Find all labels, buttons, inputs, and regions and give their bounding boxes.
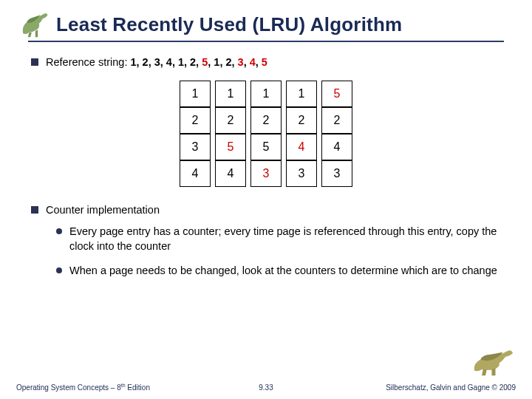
table-cell: 1 [286, 81, 317, 107]
table-cell: 2 [286, 107, 317, 134]
table-cell: 3 [286, 160, 317, 187]
table-row: 44333 [180, 160, 352, 187]
dot-bullet-icon [56, 267, 62, 273]
footer-page-number: 9.33 [259, 383, 273, 392]
table-cell: 5 [215, 134, 246, 160]
table-cell: 3 [180, 134, 211, 160]
table-cell: 1 [180, 81, 211, 107]
table-row: 11115 [180, 81, 352, 107]
square-bullet-icon [31, 206, 38, 214]
table-cell: 2 [321, 107, 352, 134]
frame-table-wrap: 11115222223554444333 [31, 81, 501, 187]
slide-title: Least Recently Used (LRU) Algorithm [28, 13, 504, 36]
table-cell: 5 [250, 134, 282, 160]
sub-item: When a page needs to be changed, look at… [56, 264, 501, 279]
frame-table: 11115222223554444333 [175, 81, 357, 187]
table-cell: 4 [215, 160, 246, 187]
footer-copyright: Silberschatz, Galvin and Gagne © 2009 [386, 383, 516, 392]
sub-item-text: Every page entry has a counter; every ti… [69, 225, 501, 253]
table-cell: 1 [215, 81, 246, 107]
dot-bullet-icon [56, 228, 62, 234]
table-row: 35544 [180, 134, 352, 160]
sub-item-text: When a page needs to be changed, look at… [69, 264, 497, 279]
table-cell: 2 [215, 107, 246, 134]
sub-item: Every page entry has a counter; every ti… [56, 225, 501, 253]
table-cell: 5 [321, 81, 352, 107]
table-cell: 4 [180, 160, 211, 187]
table-cell: 3 [250, 160, 282, 187]
footer-left: Operating System Concepts – 8th Edition [16, 383, 150, 392]
dinosaur-icon [19, 9, 50, 38]
counter-impl-heading: Counter implementation [46, 203, 160, 218]
table-cell: 4 [286, 134, 317, 160]
slide-content: Reference string: 1, 2, 3, 4, 1, 2, 5, 1… [28, 55, 504, 279]
slide-footer: Operating System Concepts – 8th Edition … [0, 383, 532, 392]
slide-header: Least Recently Used (LRU) Algorithm [28, 13, 504, 42]
table-cell: 1 [250, 81, 282, 107]
slide: Least Recently Used (LRU) Algorithm Refe… [0, 0, 532, 399]
counter-impl-row: Counter implementation [31, 203, 501, 218]
reference-string-text: Reference string: 1, 2, 3, 4, 1, 2, 5, 1… [46, 55, 267, 70]
square-bullet-icon [31, 58, 38, 66]
reference-string-row: Reference string: 1, 2, 3, 4, 1, 2, 5, 1… [31, 55, 501, 70]
table-cell: 4 [321, 134, 352, 160]
table-row: 22222 [180, 107, 352, 134]
table-cell: 3 [321, 160, 352, 187]
table-cell: 2 [180, 107, 211, 134]
counter-sublist: Every page entry has a counter; every ti… [56, 225, 501, 279]
table-cell: 2 [250, 107, 282, 134]
dinosaur-footer-icon [471, 346, 516, 377]
